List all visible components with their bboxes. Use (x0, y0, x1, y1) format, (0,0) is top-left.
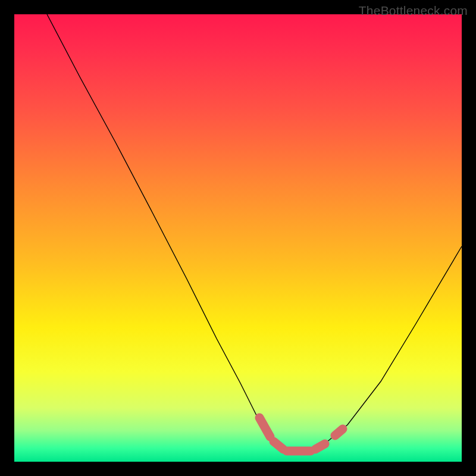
chart-svg (14, 14, 462, 462)
curve-left (47, 14, 462, 453)
watermark-text: TheBottleneck.com (359, 4, 468, 18)
plot-area (14, 14, 462, 462)
highlight-segment-2 (274, 441, 283, 449)
highlight-segment-1 (259, 418, 270, 437)
highlight-segment-4 (315, 444, 325, 449)
highlight-segment-5 (335, 429, 343, 436)
